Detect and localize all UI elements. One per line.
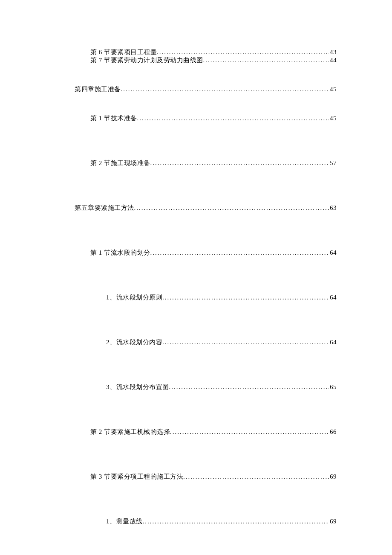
toc-leader-dots: [150, 160, 329, 167]
toc-entry-label: 3、流水段划分布置图: [106, 383, 169, 391]
toc-entry: 3、流水段划分布置图65: [75, 383, 337, 391]
toc-leader-dots: [150, 249, 329, 256]
toc-entry: 2、流水段划分内容64: [75, 338, 337, 346]
toc-entry: 第 7 节要紧劳动力计划及劳动力曲线图44: [75, 56, 337, 64]
toc-entry: 第 6 节要紧项目工程量43: [75, 48, 337, 56]
toc-entry-page: 44: [329, 57, 337, 64]
toc-entry: 第 1 节技术准备45: [75, 114, 337, 122]
toc-entry-page: 64: [329, 249, 337, 256]
toc-entry-page: 57: [329, 160, 337, 167]
toc-leader-dots: [121, 86, 329, 93]
toc-entry-page: 45: [329, 115, 337, 122]
toc-entry-page: 69: [329, 473, 337, 480]
toc-entry-label: 第五章要紧施工方法: [75, 204, 134, 212]
toc-entry-label: 第 7 节要紧劳动力计划及劳动力曲线图: [90, 56, 203, 64]
toc-entry-page: 45: [329, 86, 337, 93]
toc-entry-page: 43: [329, 49, 337, 56]
toc-entry-label: 2、流水段划分内容: [106, 338, 162, 346]
toc-leader-dots: [162, 339, 329, 346]
toc-entry-label: 第 2 节施工现场准备: [90, 159, 150, 167]
toc-entry-label: 第 6 节要紧项目工程量: [90, 48, 157, 56]
toc-leader-dots: [134, 204, 329, 212]
toc-entry-page: 64: [329, 339, 337, 346]
toc-entry: 第 1 节流水段的划分64: [75, 249, 337, 257]
toc-leader-dots: [203, 57, 329, 64]
toc-entry-page: 65: [329, 384, 337, 391]
toc-entry-label: 第 1 节流水段的划分: [90, 249, 150, 257]
toc-entry: 第 2 节要紧施工机械的选择66: [75, 428, 337, 436]
toc-entry: 第 2 节施工现场准备57: [75, 159, 337, 167]
toc-entry-page: 69: [329, 518, 337, 525]
toc-entry: 第五章要紧施工方法63: [75, 204, 337, 212]
toc-leader-dots: [183, 473, 329, 480]
toc-entry-label: 第 2 节要紧施工机械的选择: [90, 428, 170, 436]
toc-leader-dots: [157, 49, 329, 56]
toc-entry-label: 第 1 节技术准备: [90, 114, 137, 122]
toc-entry-label: 1、测量放线: [106, 517, 143, 526]
toc-leader-dots: [143, 518, 329, 525]
toc-entry: 第四章施工准备45: [75, 85, 337, 93]
toc-entry-page: 63: [329, 204, 337, 212]
toc-leader-dots: [162, 294, 329, 301]
toc-entry: 第 3 节要紧分项工程的施工方法69: [75, 473, 337, 481]
toc-entry: 1、测量放线69: [75, 517, 337, 526]
toc-entry-page: 66: [329, 428, 337, 436]
toc-entry-label: 第 3 节要紧分项工程的施工方法: [90, 473, 183, 481]
toc-entry: 1、流水段划分原则64: [75, 293, 337, 302]
toc-leader-dots: [169, 384, 329, 391]
toc-leader-dots: [170, 428, 329, 436]
toc-entry-label: 1、流水段划分原则: [106, 293, 162, 302]
toc-entry-label: 第四章施工准备: [75, 85, 121, 93]
toc-leader-dots: [137, 115, 329, 122]
toc-entry-page: 64: [329, 294, 337, 301]
